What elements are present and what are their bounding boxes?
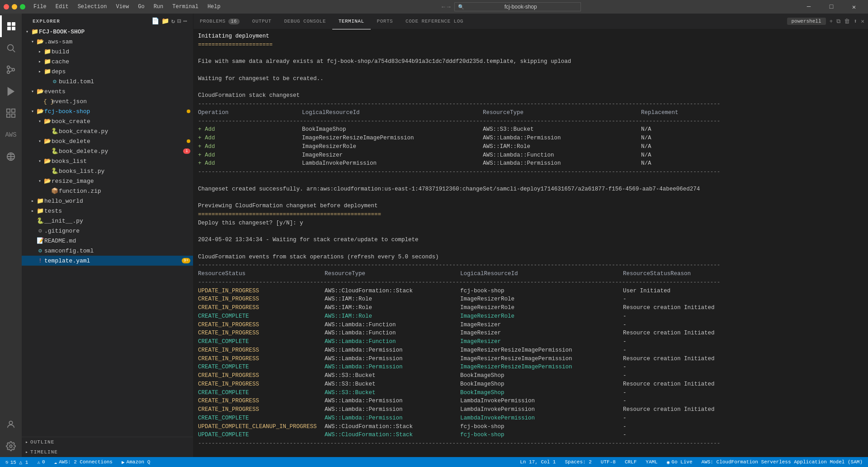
maximize-panel-icon[interactable]: ⬆ bbox=[854, 18, 857, 25]
status-encoding[interactable]: UTF-8 bbox=[599, 459, 618, 465]
tab-ports[interactable]: PORTS bbox=[371, 14, 400, 29]
terminal-line-dash1: ----------------------------------------… bbox=[198, 100, 863, 109]
search-activity-icon[interactable] bbox=[0, 37, 22, 59]
collapse-icon[interactable]: ⊟ bbox=[177, 17, 181, 25]
status-go-live[interactable]: ◉ Go Live bbox=[665, 459, 694, 465]
powershell-tab[interactable]: powershell bbox=[787, 18, 826, 25]
close-dot[interactable] bbox=[4, 4, 9, 10]
sidebar-item-event-json[interactable]: { } event.json bbox=[22, 96, 193, 106]
outline-arrow: ▸ bbox=[25, 439, 28, 445]
sidebar-item-build[interactable]: ▸ 📁 build bbox=[22, 47, 193, 57]
event-row-create-complete-perm: CREATE_COMPLETE AWS::Lambda::Permission … bbox=[198, 363, 863, 372]
sidebar-item-readme[interactable]: 📝 README.md bbox=[22, 236, 193, 246]
sidebar-item-samconfig[interactable]: ⚙ samconfig.toml bbox=[22, 246, 193, 256]
sidebar-item-resize-image[interactable]: ▾ 📂 resize_image bbox=[22, 176, 193, 186]
sidebar-item-books-list[interactable]: ▾ 📂 books_list bbox=[22, 156, 193, 166]
sidebar-item-book-delete[interactable]: ▾ 📂 book_delete bbox=[22, 136, 193, 146]
status-connections[interactable]: ⎋ 15 △ 1 bbox=[4, 459, 30, 465]
status-spaces[interactable]: Spaces: 2 bbox=[563, 459, 593, 465]
sidebar-item-tests[interactable]: ▸ 📁 tests bbox=[22, 206, 193, 216]
maximize-dot[interactable] bbox=[20, 4, 25, 10]
sidebar-item-cache[interactable]: ▸ 📁 cache bbox=[22, 57, 193, 67]
ports-label: PORTS bbox=[377, 19, 393, 24]
tab-problems[interactable]: PROBLEMS 16 bbox=[193, 14, 246, 29]
status-warnings[interactable]: ⚠ 0 bbox=[35, 459, 47, 465]
sidebar-item-init-py[interactable]: 🐍 __init__.py bbox=[22, 216, 193, 226]
sidebar-item-book-create-py[interactable]: 🐍 book_create.py bbox=[22, 126, 193, 136]
close-panel-icon[interactable]: ✕ bbox=[861, 18, 864, 25]
sidebar-item-deps[interactable]: ▸ 📁 deps bbox=[22, 67, 193, 76]
menu-help[interactable]: Help bbox=[204, 3, 224, 11]
sidebar-item-build-toml[interactable]: ⚙ build.toml bbox=[22, 76, 193, 86]
timeline-section-header[interactable]: ▸ TIMELINE bbox=[22, 447, 193, 457]
outline-section-header[interactable]: ▸ OUTLINE bbox=[22, 437, 193, 447]
sidebar-item-hello-world[interactable]: ▸ 📁 hello_world bbox=[22, 196, 193, 206]
event-row-create-complete-s3: CREATE_COMPLETE AWS::S3::Bucket BookImag… bbox=[198, 389, 863, 397]
sidebar-item-events[interactable]: ▾ 📂 events bbox=[22, 86, 193, 96]
build-folder-icon: 📁 bbox=[43, 48, 52, 55]
samconfig-icon: ⚙ bbox=[36, 247, 44, 254]
sidebar-item-fcj-book-shop[interactable]: ▾ 📂 fcj-book-shop bbox=[22, 106, 193, 116]
tab-code-reference-log[interactable]: CODE REFERENCE LOG bbox=[399, 14, 470, 29]
more-actions-icon[interactable]: ⋯ bbox=[184, 17, 188, 25]
menu-file[interactable]: File bbox=[30, 3, 50, 11]
restore-button[interactable]: □ bbox=[821, 0, 842, 14]
status-language[interactable]: YAML bbox=[644, 459, 659, 465]
terminal-label: TERMINAL bbox=[339, 19, 364, 24]
menu-view[interactable]: View bbox=[112, 3, 132, 11]
tab-terminal[interactable]: TERMINAL bbox=[332, 14, 371, 29]
source-control-activity-icon[interactable] bbox=[0, 59, 22, 81]
spaces-label: Spaces: 2 bbox=[565, 459, 591, 465]
tab-output[interactable]: OUTPUT bbox=[246, 14, 278, 29]
menu-run[interactable]: Run bbox=[150, 3, 167, 11]
samconfig-label: samconfig.toml bbox=[44, 248, 193, 254]
search-input[interactable] bbox=[454, 2, 581, 11]
status-cursor[interactable]: Ln 17, Col 1 bbox=[518, 459, 557, 465]
minimize-dot[interactable] bbox=[12, 4, 17, 10]
terminal-content[interactable]: Initiating deployment ==================… bbox=[193, 29, 868, 457]
refresh-icon[interactable]: ↻ bbox=[171, 17, 175, 25]
sidebar-root[interactable]: ▾ 📁 FCJ-BOOK-SHOP bbox=[22, 27, 193, 37]
status-amazon-q[interactable]: ▶ Amazon Q bbox=[120, 459, 152, 465]
add-terminal-icon[interactable]: + bbox=[830, 18, 833, 25]
menu-selection[interactable]: Selection bbox=[74, 3, 111, 11]
settings-activity-icon[interactable] bbox=[0, 435, 22, 457]
event-row-create-in-progress-iam2: CREATE_IN_PROGRESS AWS::IAM::Role ImageR… bbox=[198, 304, 863, 312]
problems-count: 16 bbox=[228, 19, 240, 24]
split-terminal-icon[interactable]: ⧉ bbox=[836, 18, 840, 25]
sidebar-item-gitignore[interactable]: ⚙ .gitignore bbox=[22, 226, 193, 236]
resize-image-label: resize_image bbox=[52, 178, 193, 185]
events-col-status: ResourceStatus bbox=[198, 270, 325, 278]
run-debug-activity-icon[interactable] bbox=[0, 81, 22, 102]
hello-world-folder-icon: 📁 bbox=[36, 197, 44, 205]
explorer-activity-icon[interactable] bbox=[0, 15, 22, 37]
sidebar-item-function-zip[interactable]: 📦 function.zip bbox=[22, 186, 193, 196]
kill-terminal-icon[interactable]: 🗑 bbox=[844, 18, 850, 25]
new-file-icon[interactable]: 📄 bbox=[151, 17, 160, 25]
template-label: template.yaml bbox=[44, 257, 182, 264]
tab-debug-console[interactable]: DEBUG CONSOLE bbox=[278, 14, 332, 29]
sidebar-item-aws-sam[interactable]: ▾ 📂 .aws-sam bbox=[22, 37, 193, 47]
remote-activity-icon[interactable] bbox=[0, 146, 22, 167]
menu-go[interactable]: Go bbox=[134, 3, 148, 11]
menu-terminal[interactable]: Terminal bbox=[169, 3, 202, 11]
terminal-line-sep1: ====================== bbox=[198, 41, 863, 49]
changeset-row-3: + Add ImageResizerRole AWS::IAM::Role N/… bbox=[198, 143, 863, 151]
aws-activity-icon[interactable]: AWS bbox=[0, 124, 22, 146]
extensions-activity-icon[interactable] bbox=[0, 102, 22, 124]
status-aws[interactable]: ☁ AWS: 2 Connections bbox=[52, 459, 114, 465]
status-eol[interactable]: CRLF bbox=[623, 459, 638, 465]
output-label: OUTPUT bbox=[252, 19, 272, 24]
event-row-create-complete-iam: CREATE_COMPLETE AWS::IAM::Role ImageResi… bbox=[198, 312, 863, 321]
sidebar-item-book-create[interactable]: ▾ 📂 book_create bbox=[22, 116, 193, 126]
sidebar-item-book-delete-py[interactable]: 🐍 book_delete.py 1 bbox=[22, 146, 193, 156]
menu-edit[interactable]: Edit bbox=[52, 3, 72, 11]
minimize-button[interactable]: ─ bbox=[798, 0, 819, 14]
account-activity-icon[interactable] bbox=[0, 414, 22, 435]
sidebar-item-books-list-py[interactable]: 🐍 books_list.py bbox=[22, 166, 193, 176]
status-sam[interactable]: AWS: CloudFormation Serverless Applicati… bbox=[700, 459, 864, 465]
close-button[interactable]: ✕ bbox=[844, 0, 864, 14]
new-folder-icon[interactable]: 📁 bbox=[161, 17, 170, 25]
panel-tabs: PROBLEMS 16 OUTPUT DEBUG CONSOLE TERMINA… bbox=[193, 14, 868, 29]
sidebar-item-template-yaml[interactable]: ! template.yaml 9+ bbox=[22, 256, 193, 266]
